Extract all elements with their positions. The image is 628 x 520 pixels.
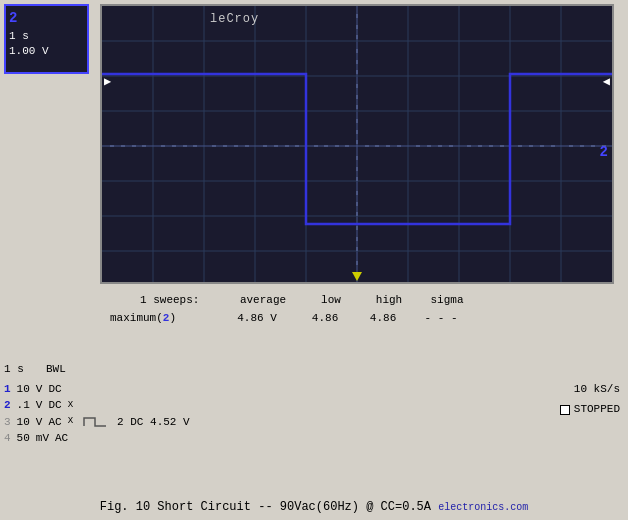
- watermark: ele: [438, 502, 456, 513]
- channel-1-row: 1 10 V DC: [4, 381, 624, 398]
- pulse-shape-icon: [82, 415, 108, 429]
- channel-list: 1 10 V DC 2 .1 V DC X 3 10 V AC X: [4, 381, 624, 447]
- ch3-coupling: AC: [48, 414, 61, 431]
- ch2-x: X: [68, 399, 73, 413]
- average-val: 4.86 V: [222, 310, 292, 328]
- ch2-num: 2: [4, 397, 11, 414]
- scope-screen: leCroy: [100, 4, 614, 284]
- low-label: low: [306, 292, 356, 310]
- ch2-volt: .1: [17, 397, 30, 414]
- right-arrow-marker: ◀: [603, 74, 610, 89]
- watermark2: ctronics.com: [456, 502, 528, 513]
- ch4-coupling: AC: [55, 430, 68, 447]
- ch1-coupling: DC: [48, 381, 61, 398]
- stop-indicator: [560, 405, 570, 415]
- bwl-label: BWL: [46, 360, 66, 379]
- ch3-num: 3: [4, 414, 11, 431]
- svg-marker-79: [352, 272, 362, 281]
- channel2-box: 2 1 s 1.00 V: [4, 4, 89, 74]
- channel-2-row: 2 .1 V DC X: [4, 397, 624, 414]
- ch2-right-label: 2: [600, 144, 608, 160]
- status-label: STOPPED: [574, 400, 620, 420]
- sigma-label: sigma: [422, 292, 472, 310]
- channel-4-row: 4 50 mV AC: [4, 430, 624, 447]
- ch2-unit: V: [36, 397, 43, 414]
- ch4-num: 4: [4, 430, 11, 447]
- bottom-panel: 1 s BWL 1 10 V DC 2 .1 V DC X 3 10 V AC: [4, 360, 624, 447]
- right-info: 10 kS/s STOPPED: [560, 380, 620, 420]
- stats-area: 1 sweeps: average low high sigma maximum…: [100, 292, 614, 327]
- channel2-voltage: 1.00 V: [9, 44, 84, 59]
- high-val: 4.86: [358, 310, 408, 328]
- stopped-row: STOPPED: [560, 400, 620, 420]
- time-bwl-row: 1 s BWL: [4, 360, 624, 379]
- ch3-unit: V: [36, 414, 43, 431]
- high-label: high: [364, 292, 414, 310]
- channel2-time: 1 s: [9, 29, 84, 44]
- channel-3-row: 3 10 V AC X 2 DC 4.52 V: [4, 414, 624, 431]
- ch3-volt: 10: [17, 414, 30, 431]
- sweeps-label: 1 sweeps:: [140, 292, 220, 310]
- ch2-coupling: DC: [48, 397, 61, 414]
- ch4-volt: 50: [17, 430, 30, 447]
- brand-label: leCroy: [210, 12, 259, 26]
- ch2-dc-info: 2 DC 4.52 V: [117, 414, 190, 431]
- ch4-unit: mV: [36, 430, 49, 447]
- channel2-number: 2: [9, 9, 84, 29]
- caption-text: Fig. 10 Short Circuit -- 90Vac(60Hz) @ C…: [100, 500, 431, 514]
- figure-caption: Fig. 10 Short Circuit -- 90Vac(60Hz) @ C…: [0, 500, 628, 514]
- ch1-volt: 10: [17, 381, 30, 398]
- max-label: maximum(2): [110, 310, 176, 328]
- ch3-x: X: [68, 415, 73, 429]
- time-div-label: 1 s: [4, 360, 34, 379]
- sigma-val: - - -: [416, 310, 466, 328]
- left-arrow-marker: ▶: [104, 74, 111, 89]
- low-val: 4.86: [300, 310, 350, 328]
- waveform: [102, 6, 612, 282]
- ch1-unit: V: [36, 381, 43, 398]
- ch1-num: 1: [4, 381, 11, 398]
- main-container: 11-Oct-07 10:17:28 2 1 s 1.00 V leCroy: [0, 0, 628, 520]
- average-label: average: [228, 292, 298, 310]
- sample-rate: 10 kS/s: [560, 380, 620, 400]
